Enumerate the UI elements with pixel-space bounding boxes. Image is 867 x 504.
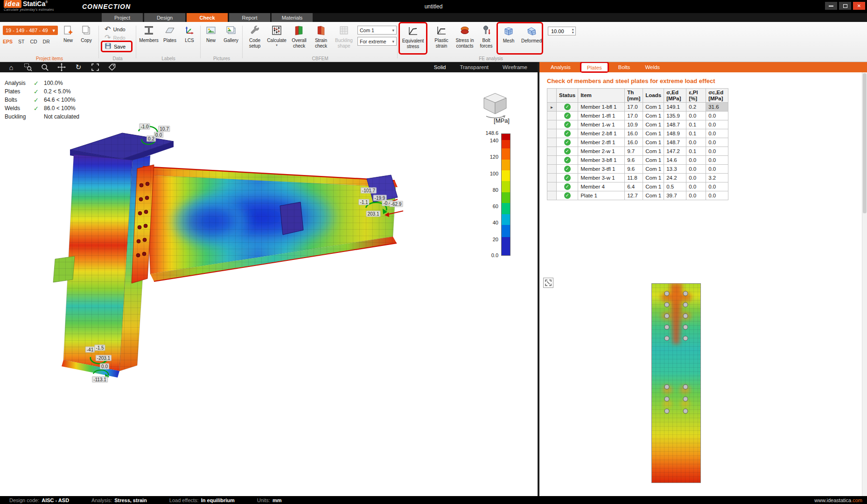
new-item-button[interactable]: New [60,24,77,43]
tab-check[interactable]: Check [187,13,228,22]
tab-materials[interactable]: Materials [272,13,313,22]
eps-pl-cell: 0.0 [686,165,706,174]
label-tag-icon[interactable] [107,63,117,72]
table-row[interactable]: ✓Member 3-w 111.8Com 124.20.03.2 [547,174,728,182]
column-header[interactable]: ε,Pl[%] [686,89,706,103]
column-header[interactable]: Item [578,89,625,103]
column-header[interactable]: σ,Ed[MPa] [664,89,686,103]
tab-project[interactable]: Project [102,13,143,22]
mesh-button[interactable]: Mesh [499,24,518,44]
ribbon-group-data: ↶ Undo ↷ Redo Save Data [99,22,136,62]
strain-check-button[interactable]: Strain check [311,24,331,49]
pan-icon[interactable] [57,63,66,72]
scrollbar-thumb[interactable] [863,73,867,213]
table-row[interactable]: ✓Member 3-bfl 19.6Com 114.60.00.0 [547,156,728,165]
equivalent-stress-highlight: Equivalent stress [399,22,427,55]
overall-check-button[interactable]: Overall check [288,24,310,49]
bolt-forces-button[interactable]: Bolt forces [478,24,495,49]
expand-detail-button[interactable] [543,278,553,288]
ribbon-group-fe-analysis: Equivalent stress Plastic strain Stress … [398,22,584,62]
code-button-st[interactable]: ST [18,39,24,44]
summary-row: BucklingNot calculated [5,112,79,121]
rotate-view-icon[interactable]: ↻ [74,63,83,72]
maximize-button[interactable] [839,2,851,10]
deformed-scale-spinner[interactable]: 10.00 ▲▼ [548,27,576,35]
code-setup-button[interactable]: Code setup [245,24,265,49]
table-row[interactable]: ✓Plate 112.7Com 139.70.00.0 [547,191,728,200]
results-tab-bar: Analysis Plates Bolts Welds [539,62,867,72]
stress-in-contacts-button[interactable]: Stress in contacts [453,24,477,49]
column-header[interactable]: Status [557,89,578,103]
plastic-strain-button[interactable]: Plastic strain [431,24,452,49]
results-tab-bolts[interactable]: Bolts [612,63,637,71]
load-case-combo[interactable]: Com 1 ▾ [357,26,397,35]
close-button[interactable]: ✕ [853,2,865,10]
check-icon: ✓ [564,192,571,199]
equivalent-stress-button[interactable]: Equivalent stress [401,24,425,49]
panel-scrollbar[interactable] [862,72,867,496]
tab-report[interactable]: Report [229,13,270,22]
copy-item-button[interactable]: Copy [77,24,95,43]
scale-tick-label: 120 [490,154,498,160]
model-viewport[interactable]: -1.010.70.00.2-101.7-19.9-1.1-0.4-62.920… [0,72,538,496]
home-view-icon[interactable]: ⌂ [7,63,16,72]
plates-labels-button[interactable]: Plates [161,24,179,43]
new-picture-button[interactable]: New [203,24,219,43]
table-row[interactable]: ✓Member 46.4Com 10.50.00.0 [547,182,728,191]
project-item-dropdown[interactable]: 19 - 149 - 487 - 49 ▾ [3,26,58,35]
fem-model-3d-view[interactable] [0,72,538,496]
spinner-arrows-icon[interactable]: ▲▼ [572,28,574,35]
table-row[interactable]: ✓Member 2-w 19.7Com 1147.20.10.0 [547,147,728,156]
gallery-button[interactable]: Gallery [221,24,241,43]
view-mode-wireframe[interactable]: Wireframe [503,64,527,70]
table-row[interactable]: ✓Member 2-bfl 116.0Com 1148.90.10.0 [547,129,728,138]
table-row[interactable]: ▸✓Member 1-bfl 117.0Com 1149.10.231.6 [547,103,728,112]
column-header[interactable]: Th[mm] [625,89,643,103]
table-row[interactable]: ✓Member 1-w 110.9Com 1148.70.10.0 [547,120,728,129]
orientation-cube[interactable] [480,89,510,120]
extreme-combo[interactable]: For extreme ▾ [357,37,397,46]
view-mode-solid[interactable]: Solid [434,64,446,70]
strain-check-icon [315,24,327,37]
minimize-button[interactable] [825,2,837,10]
abacus-icon [271,24,282,37]
code-button-eps[interactable]: EPS [3,39,13,44]
view-mode-transparent[interactable]: Transparent [460,64,489,70]
results-tab-welds[interactable]: Welds [638,63,666,71]
tab-design[interactable]: Design [144,13,185,22]
plates-icon [164,24,175,37]
design-code-toggles: EPS ST CD DR [3,39,50,44]
item-cell: Member 2-bfl 1 [578,129,625,138]
scale-tick-label: 40 [493,220,498,225]
undo-button[interactable]: ↶ Undo [105,25,126,34]
loads-cell: Com 1 [643,174,664,182]
code-button-dr[interactable]: DR [43,39,50,44]
table-row[interactable]: ✓Member 1-tfl 117.0Com 1135.90.00.0 [547,112,728,120]
calculate-button[interactable]: Calculate ▾ [266,24,287,47]
code-button-cd[interactable]: CD [30,39,37,44]
zoom-fit-icon[interactable] [91,63,100,72]
results-tab-analysis[interactable]: Analysis [544,63,577,71]
zoom-window-icon[interactable] [23,63,33,72]
column-header[interactable]: σc,Ed[MPa] [706,89,728,103]
table-row[interactable]: ✓Member 3-tfl 19.6Com 113.30.00.0 [547,165,728,174]
buckling-shape-button[interactable]: Buckling shape [332,24,356,49]
column-header[interactable] [547,89,557,103]
ribbon-tab-bar: Project Design Check Report Materials [0,13,867,22]
table-row[interactable]: ✓Member 2-tfl 116.0Com 1148.70.00.0 [547,138,728,147]
lcs-button[interactable]: LCS [181,24,198,43]
column-header[interactable]: Loads [643,89,664,103]
check-icon: ✓ [34,97,44,104]
deformed-button[interactable]: Deformed [520,24,543,44]
website-link[interactable]: www.ideastatica.com [814,497,862,503]
item-cell: Member 1-tfl 1 [578,112,625,120]
plate-detail-view[interactable] [651,283,701,483]
zoom-icon[interactable] [40,63,49,72]
results-tab-plates[interactable]: Plates [581,64,608,71]
load-effects-label: Load effects: [169,497,199,503]
thickness-cell: 11.8 [625,174,643,182]
save-button[interactable]: Save [101,41,133,52]
status-cell: ✓ [557,112,578,120]
members-labels-button[interactable]: Members [138,24,160,43]
plates-label: Plates [163,38,176,43]
